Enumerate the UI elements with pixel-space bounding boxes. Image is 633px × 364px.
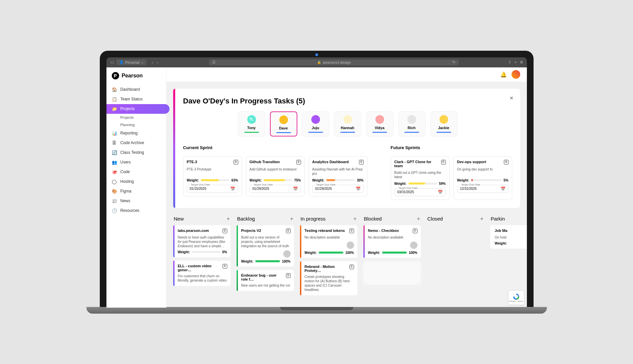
target-date-field[interactable]: Target Due Date 01/15/2025 📅 bbox=[187, 185, 238, 193]
person-progress bbox=[340, 132, 355, 133]
calendar-icon[interactable]: 📅 bbox=[293, 187, 298, 191]
kanban-card-icon[interactable]: ☰ bbox=[504, 160, 509, 164]
nav-forward-button[interactable]: › bbox=[156, 60, 160, 65]
card-title: Projects V2 bbox=[241, 229, 261, 233]
card-desc: No description available bbox=[305, 235, 354, 240]
person-card-tony[interactable]: TL Tony bbox=[238, 111, 265, 136]
card-title: Job Ma bbox=[495, 229, 508, 233]
calendar-icon[interactable]: 📅 bbox=[438, 190, 443, 195]
sidebar-item-class-testing[interactable]: 🔄Class Testing bbox=[106, 148, 166, 157]
task-card[interactable]: Dev-ops support ☰ On going dev support f… bbox=[453, 156, 512, 200]
target-date-field[interactable]: Target Due Date 01/29/2025 📅 bbox=[312, 185, 364, 193]
kanban-card-icon[interactable]: ☰ bbox=[286, 229, 291, 233]
kanban-card-icon[interactable]: ☰ bbox=[441, 160, 446, 164]
person-card-jackie[interactable]: Jackie bbox=[430, 111, 457, 136]
kanban-card[interactable]: .kanban-card[style*="linear-gradient(180… bbox=[363, 225, 421, 258]
refresh-icon[interactable]: ↻ bbox=[452, 60, 455, 64]
sidebar-item-hosting[interactable]: ◯Hosting bbox=[106, 177, 166, 187]
sidebar-subitem-planning[interactable]: Planning bbox=[106, 121, 166, 128]
kanban-card-icon[interactable]: ☰ bbox=[223, 264, 227, 269]
calendar-icon[interactable]: 📅 bbox=[501, 187, 506, 191]
brand-logo[interactable]: P Pearson bbox=[106, 72, 166, 84]
kanban-card[interactable]: .kanban-card[style*="undefined"]::before… bbox=[490, 225, 527, 249]
card-title: labs.pearson.com bbox=[178, 229, 209, 233]
column-title: Closed bbox=[427, 216, 443, 222]
task-card[interactable]: Analytics Dashboard ☰ Assisting Hannah w… bbox=[309, 156, 367, 197]
reader-icon[interactable]: ☰ bbox=[212, 60, 216, 64]
target-date-field[interactable]: Target Due Date 01/29/2025 📅 bbox=[250, 185, 301, 193]
add-card-button[interactable]: + bbox=[227, 216, 230, 222]
nav-label: Code Archive bbox=[120, 140, 144, 145]
sidebar-item-code-archive[interactable]: 🗄Code Archive bbox=[106, 138, 166, 148]
sidebar-item-figma[interactable]: 🎨Figma bbox=[106, 187, 166, 196]
person-card-hannah[interactable]: Hannah bbox=[334, 111, 361, 136]
inprogress-panel: ✕ Dave O'Dey's In Progress Tasks (5) TL … bbox=[173, 89, 520, 208]
target-date-field[interactable]: Target Due Date 03/31/2025 📅 bbox=[394, 188, 446, 196]
person-card-dave[interactable]: Dave bbox=[270, 111, 297, 136]
profile-dropdown[interactable]: 👤 Personal ⌄ bbox=[116, 59, 146, 65]
kanban-card[interactable]: .kanban-card[style*="linear-gradient(180… bbox=[300, 225, 357, 258]
kanban-card[interactable]: .kanban-card[style*="linear-gradient(180… bbox=[173, 261, 231, 286]
kanban-card-icon[interactable]: ☰ bbox=[413, 229, 417, 233]
add-card-button[interactable]: + bbox=[480, 216, 483, 222]
card-desc: Needs to have auth capabilities for just… bbox=[178, 235, 227, 248]
person-name: Jackie bbox=[438, 126, 449, 130]
close-icon[interactable]: ✕ bbox=[510, 95, 514, 101]
kanban-card-icon[interactable]: ☰ bbox=[234, 160, 238, 164]
weight-pct: 63% bbox=[231, 178, 238, 182]
kanban-card-icon[interactable]: ☰ bbox=[359, 160, 364, 164]
sidebar-item-projects[interactable]: 📁Projects bbox=[106, 104, 170, 114]
task-card[interactable]: PTE-3 ☰ PTE-3 Prototype Weight: 63% Targ… bbox=[183, 156, 242, 197]
weight-pct: 30% bbox=[357, 178, 363, 182]
nav-icon: 🎨 bbox=[112, 189, 117, 194]
kanban-card-icon[interactable]: ☰ bbox=[296, 160, 301, 164]
sidebar-item-news[interactable]: 📰News bbox=[106, 196, 166, 206]
avatar bbox=[311, 115, 320, 124]
url-bar[interactable]: ☰ 🔒 pearsonct.design ↻ bbox=[209, 59, 459, 65]
person-card-vidya[interactable]: Vidya bbox=[366, 111, 393, 136]
tabs-icon[interactable]: ⧉ bbox=[520, 60, 523, 64]
card-desc: No description available bbox=[368, 235, 417, 240]
date-label: Target Due Date bbox=[460, 183, 482, 186]
kanban-card-icon[interactable]: ☰ bbox=[286, 273, 291, 278]
add-card-button[interactable]: + bbox=[417, 216, 420, 222]
kanban-card-icon[interactable]: ☰ bbox=[223, 229, 227, 233]
person-card-juju[interactable]: Juju bbox=[302, 111, 329, 136]
kanban-card[interactable]: .kanban-card[style*="linear-gradient(180… bbox=[300, 261, 357, 295]
kanban-card-icon[interactable]: ☰ bbox=[349, 265, 354, 269]
sidebar-item-resources[interactable]: 🕐Resources bbox=[106, 206, 166, 216]
sidebar-toggle-icon[interactable]: ▢ bbox=[110, 60, 114, 64]
add-card-button[interactable]: + bbox=[353, 216, 356, 222]
person-card-rich[interactable]: Rich bbox=[398, 111, 425, 136]
calendar-icon[interactable]: 📅 bbox=[230, 187, 235, 191]
weight-pct: 100% bbox=[409, 251, 417, 255]
sidebar-item-reporting[interactable]: 📊Reporting bbox=[106, 128, 166, 138]
sidebar-item-team-status[interactable]: 📋Team Status bbox=[106, 94, 166, 104]
task-card[interactable]: Github Transition ☰ Add Github support t… bbox=[246, 156, 305, 197]
kanban-card-icon[interactable]: ☰ bbox=[349, 229, 354, 233]
calendar-icon[interactable]: 📅 bbox=[356, 187, 361, 191]
target-date-field[interactable]: Target Due Date 12/31/2025 📅 bbox=[457, 185, 509, 193]
kanban-card[interactable]: .kanban-card[style*="linear-gradient(180… bbox=[173, 225, 231, 257]
sidebar-item-code[interactable]: 🐙Code bbox=[106, 167, 166, 177]
card-desc: On hold bbox=[495, 235, 527, 240]
share-icon[interactable]: ⇪ bbox=[508, 60, 511, 64]
kanban-card[interactable]: .kanban-card[style*="linear-gradient(180… bbox=[237, 270, 294, 291]
nav-back-button[interactable]: ‹ bbox=[150, 60, 154, 65]
sidebar-item-dashboard[interactable]: 🏠Dashboard bbox=[106, 85, 166, 94]
weight-bar bbox=[192, 251, 220, 253]
user-avatar[interactable] bbox=[512, 70, 520, 79]
kanban-card[interactable]: .kanban-card[style*="linear-gradient(180… bbox=[237, 225, 294, 267]
notifications-icon[interactable]: 🔔 bbox=[500, 71, 507, 78]
sidebar-item-users[interactable]: 👥Users bbox=[106, 157, 166, 167]
task-card[interactable]: Clark - GPT Clone for team ☰ Build out a… bbox=[391, 156, 449, 200]
recaptcha-badge[interactable]: Privacy - Terms bbox=[508, 290, 524, 305]
recaptcha-text: Privacy - Terms bbox=[509, 300, 523, 302]
card-title: Testing rebrand tokens bbox=[305, 229, 345, 233]
card-desc: New users are not getting the cor bbox=[241, 283, 291, 288]
nav-icon: 📰 bbox=[112, 199, 117, 204]
new-tab-icon[interactable]: + bbox=[515, 60, 517, 64]
kanban-column-parkin: Parkin + .kanban-card[style*="undefined"… bbox=[490, 215, 527, 299]
sidebar-subitem-projects[interactable]: Projects bbox=[106, 114, 166, 121]
add-card-button[interactable]: + bbox=[290, 216, 293, 222]
